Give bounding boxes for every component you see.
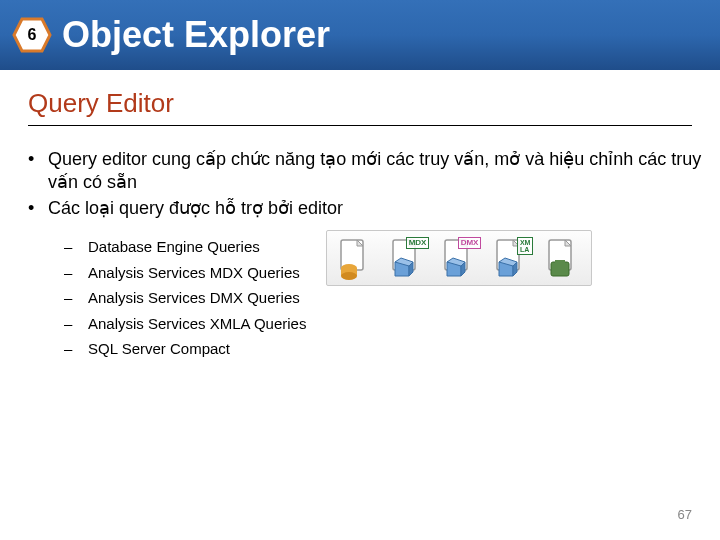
query-toolbar: MDX DMX XM: [326, 230, 592, 286]
xmla-query-icon: XM LA: [487, 233, 535, 283]
sub-list: – Database Engine Queries – Analysis Ser…: [64, 234, 306, 362]
hexagon-badge: 6: [12, 17, 52, 53]
xmla-label: XM LA: [517, 237, 534, 255]
sub-text: Analysis Services DMX Queries: [88, 285, 300, 311]
chapter-number: 6: [28, 26, 37, 44]
page-number: 67: [678, 507, 692, 522]
db-engine-query-icon: [331, 233, 379, 283]
list-item: – Analysis Services DMX Queries: [64, 285, 306, 311]
sub-text: Analysis Services MDX Queries: [88, 260, 300, 286]
svg-rect-14: [551, 262, 569, 276]
bullet-marker: •: [28, 148, 48, 195]
dash-marker: –: [64, 336, 88, 362]
svg-rect-15: [555, 260, 565, 264]
svg-point-5: [341, 272, 357, 280]
bullet-text: Các loại query được hỗ trợ bởi editor: [48, 197, 343, 220]
bullet-text: Query editor cung cấp chức năng tạo mới …: [48, 148, 720, 195]
dash-marker: –: [64, 285, 88, 311]
dash-marker: –: [64, 311, 88, 337]
list-item: – Analysis Services MDX Queries: [64, 260, 306, 286]
dash-marker: –: [64, 260, 88, 286]
sql-compact-icon: [539, 233, 587, 283]
content-area: • Query editor cung cấp chức năng tạo mớ…: [28, 148, 720, 362]
bullet-item: • Các loại query được hỗ trợ bởi editor: [28, 197, 720, 220]
mdx-query-icon: MDX: [383, 233, 431, 283]
sub-text: Analysis Services XMLA Queries: [88, 311, 306, 337]
slide-header: 6 Object Explorer: [0, 0, 720, 70]
divider-line: [28, 125, 692, 126]
list-item: – Database Engine Queries: [64, 234, 306, 260]
bullet-item: • Query editor cung cấp chức năng tạo mớ…: [28, 148, 720, 195]
dmx-query-icon: DMX: [435, 233, 483, 283]
sub-text: SQL Server Compact: [88, 336, 230, 362]
list-item: – SQL Server Compact: [64, 336, 306, 362]
slide-title: Object Explorer: [62, 14, 330, 56]
bullet-marker: •: [28, 197, 48, 220]
section-subtitle: Query Editor: [28, 88, 720, 119]
sub-text: Database Engine Queries: [88, 234, 260, 260]
dmx-label: DMX: [458, 237, 482, 249]
mdx-label: MDX: [406, 237, 430, 249]
dash-marker: –: [64, 234, 88, 260]
list-item: – Analysis Services XMLA Queries: [64, 311, 306, 337]
